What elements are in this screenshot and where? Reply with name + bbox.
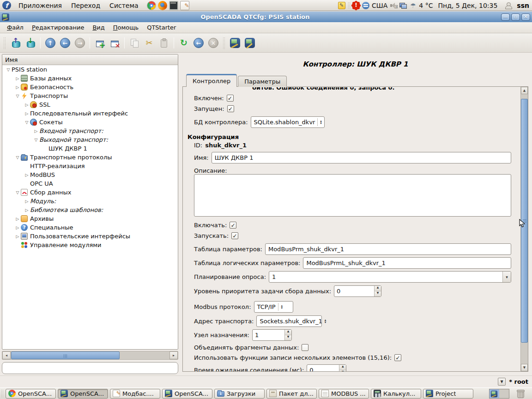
expander-open-icon[interactable] xyxy=(14,94,21,98)
expander-closed-icon[interactable] xyxy=(14,85,21,90)
task-openscada-2[interactable]: OpenSCA... xyxy=(162,389,212,399)
tree-item-security[interactable]: Безопасность xyxy=(2,83,178,91)
tree-item-module[interactable]: Модуль: xyxy=(2,197,178,206)
tree-item-transport-protocols[interactable]: Транспортные протоколы xyxy=(2,153,178,162)
minimize-button[interactable]: — xyxy=(501,13,510,21)
tree-item-special[interactable]: Специальные xyxy=(2,223,178,232)
workspace-1[interactable] xyxy=(490,389,499,398)
tree-item-http-realization[interactable]: HTTP-реализация xyxy=(2,162,178,170)
scroll-right-button[interactable]: ▸ xyxy=(169,351,178,359)
firefox-launcher-icon[interactable] xyxy=(158,1,167,10)
sync-tray-icon[interactable] xyxy=(362,2,369,9)
keyboard-layout-indicator[interactable]: США xyxy=(372,2,387,9)
tree-item-opc-ua[interactable]: OPC UA xyxy=(2,179,178,188)
spin-arrows-icon[interactable]: ▲▼ xyxy=(374,286,381,296)
expander-closed-icon[interactable] xyxy=(24,103,30,107)
toolbar-handle[interactable] xyxy=(223,37,226,49)
connect-timeout-spinbox[interactable]: 0▲▼ xyxy=(307,364,346,371)
multi-write-funcs-checkbox[interactable] xyxy=(394,354,401,361)
item-add-button[interactable] xyxy=(93,36,107,50)
expander-closed-icon[interactable] xyxy=(14,217,21,221)
to-run-checkbox[interactable] xyxy=(231,232,238,239)
user-icon[interactable] xyxy=(504,2,513,9)
update-alert-icon[interactable] xyxy=(352,2,360,9)
notes-launcher-icon[interactable] xyxy=(180,1,189,10)
save-to-db-button[interactable] xyxy=(24,36,37,50)
task-chrome-openscada[interactable]: OpenSCA... xyxy=(6,389,56,399)
expander-open-icon[interactable] xyxy=(33,138,39,142)
tray-handle[interactable] xyxy=(348,2,350,9)
terminal-launcher-icon[interactable] xyxy=(169,1,178,10)
form-vertical-scrollbar[interactable]: ▲ ▼ xyxy=(520,87,528,371)
tree-item-data-acquisition[interactable]: Сбор данных xyxy=(2,188,178,197)
dropdown-arrow-icon[interactable] xyxy=(502,272,511,282)
temperature-indicator[interactable]: 4 °C xyxy=(419,2,433,9)
tree-item-psis-station[interactable]: PSIS station xyxy=(2,65,178,74)
panel-menu-places[interactable]: Переход xyxy=(66,1,105,10)
modbus-protocol-combobox[interactable]: TCP/IP xyxy=(254,301,293,313)
expander-closed-icon[interactable] xyxy=(24,173,30,177)
name-input[interactable]: ШУК ДКВР 1 xyxy=(212,152,511,163)
menu-file[interactable]: Файл xyxy=(3,23,28,32)
expander-open-icon[interactable] xyxy=(14,155,21,160)
openscada-tools-button[interactable] xyxy=(228,36,242,50)
close-button[interactable]: ✕ xyxy=(521,13,530,21)
volume-muted-icon[interactable]: ✕ xyxy=(390,2,397,9)
tree-search-input[interactable] xyxy=(2,362,178,374)
expander-open-icon[interactable] xyxy=(14,190,21,195)
scroll-up-button[interactable]: ▲ xyxy=(521,87,528,94)
tree-item-archives[interactable]: Архивы xyxy=(2,214,178,223)
taskbar-handle[interactable] xyxy=(1,389,4,398)
start-button[interactable]: ← xyxy=(192,36,206,50)
cut-button[interactable] xyxy=(142,36,156,50)
chrome-launcher-icon[interactable] xyxy=(147,1,156,10)
poll-schedule-combobox[interactable]: 1 xyxy=(269,271,511,283)
task-priority-spinbox[interactable]: 0▲▼ xyxy=(334,285,381,297)
panel-menu-applications[interactable]: Приложения xyxy=(14,1,66,10)
hscroll-thumb[interactable] xyxy=(11,351,120,359)
expander-closed-icon[interactable] xyxy=(33,129,39,133)
refresh-button[interactable] xyxy=(177,36,191,50)
expander-closed-icon[interactable] xyxy=(24,111,30,116)
expander-closed-icon[interactable] xyxy=(14,225,21,230)
user-name[interactable]: ssn xyxy=(517,2,529,9)
panel-menu-system[interactable]: Система xyxy=(105,1,143,10)
task-openscada-qtcfg[interactable]: OpenSCA... xyxy=(58,389,108,399)
trash-icon[interactable] xyxy=(517,389,525,398)
expander-closed-icon[interactable] xyxy=(24,208,30,212)
load-from-db-button[interactable] xyxy=(9,36,23,50)
tree-item-template-library[interactable]: Библиотека шаблонов: xyxy=(2,206,178,214)
tree-item-ssl[interactable]: SSL xyxy=(2,100,178,109)
openscada-dev-button[interactable] xyxy=(243,36,257,50)
menu-edit[interactable]: Редактирование xyxy=(28,23,88,32)
maximize-button[interactable]: ▫ xyxy=(511,13,520,21)
task-calculator[interactable]: Калькул... xyxy=(371,389,421,399)
weather-icon[interactable] xyxy=(409,2,417,9)
tree-horizontal-scrollbar[interactable]: ◂ ▸ xyxy=(2,351,178,360)
to-enable-checkbox[interactable] xyxy=(230,222,236,229)
tree-item-databases[interactable]: Базы данных xyxy=(2,74,178,83)
sticky-note-icon[interactable] xyxy=(338,2,345,9)
expander-open-icon[interactable] xyxy=(5,67,12,72)
destination-node-spinbox[interactable]: 1▲▼ xyxy=(252,329,292,341)
task-modbus-doc[interactable]: Модбас.... xyxy=(110,389,160,399)
spin-arrows-icon[interactable]: ▲▼ xyxy=(339,365,346,371)
item-delete-button[interactable] xyxy=(108,36,121,50)
running-checkbox[interactable] xyxy=(227,105,234,112)
toolbar-handle[interactable] xyxy=(3,37,6,49)
clock[interactable]: Пнд, 5 Дек, 10:35 xyxy=(438,2,497,9)
menu-help[interactable]: Помощь xyxy=(109,23,143,32)
task-modbus-txt[interactable]: MODBUS ... xyxy=(319,389,369,399)
tree-item-user-interfaces[interactable]: Пользовательские интерфейсы xyxy=(2,232,178,241)
tree-item-shuk-dkvr-1[interactable]: ШУК ДКВР 1 xyxy=(2,144,178,153)
scroll-left-button[interactable]: ◂ xyxy=(2,351,11,359)
stop-button[interactable]: ✕ xyxy=(206,36,220,50)
task-package[interactable]: Пакет дл... xyxy=(266,389,317,399)
tree-item-modbus[interactable]: ModBUS xyxy=(2,170,178,179)
go-back-button[interactable]: ← xyxy=(58,36,72,50)
expander-open-icon[interactable] xyxy=(24,120,30,125)
workspace-2[interactable] xyxy=(499,389,509,398)
fedora-menu-icon[interactable]: f xyxy=(2,1,11,10)
status-dropdown-button[interactable]: ▼ xyxy=(498,378,506,386)
tree-item-input-transport[interactable]: Входной транспорт: xyxy=(2,127,178,135)
